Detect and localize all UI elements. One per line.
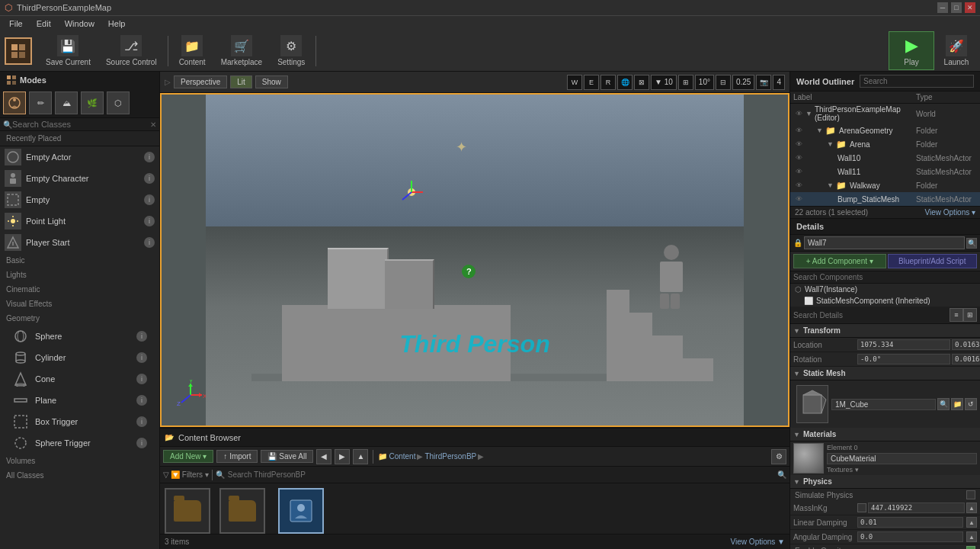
transform-section-header[interactable]: ▼ Transform (790, 324, 980, 338)
category-cinematic[interactable]: Cinematic (0, 282, 159, 297)
eye-icon-walkway[interactable]: 👁 (793, 180, 804, 191)
eye-icon-bump[interactable]: 👁 (793, 194, 804, 204)
breadcrumb-thirpersonbp[interactable]: ThirdPersonBP (424, 452, 476, 461)
simulate-physics-checkbox[interactable] (966, 490, 975, 499)
outliner-item-arena[interactable]: 👁 ▼ 📁 Arena Folder (790, 137, 980, 151)
modes-icon-button[interactable] (5, 37, 32, 65)
file-item-maps[interactable]: Maps (219, 488, 265, 534)
show-button[interactable]: Show (255, 75, 288, 88)
settings-button[interactable]: ⚙ Settings (271, 32, 311, 69)
material-value-input[interactable] (827, 453, 977, 464)
menu-window[interactable]: Window (59, 18, 101, 30)
import-button[interactable]: ↑ Import (216, 450, 258, 463)
menu-edit[interactable]: Edit (30, 18, 57, 30)
vp-ctrl-scale[interactable]: R (600, 75, 616, 90)
viewport-transform-gizmo[interactable] (396, 177, 427, 209)
vp-ctrl-scale-val[interactable]: 0.25 (732, 75, 754, 90)
empty-character-info-button[interactable]: i (144, 173, 155, 184)
category-geometry[interactable]: Geometry (0, 311, 159, 326)
geo-item-plane[interactable]: Plane i (0, 390, 159, 411)
save-current-button[interactable]: 💾 Save Current (40, 32, 97, 69)
eye-icon-map[interactable]: 👁 (793, 108, 804, 119)
empty-info-button[interactable]: i (144, 194, 155, 205)
mode-geometry-button[interactable]: ⬡ (107, 92, 130, 114)
category-lights[interactable]: Lights (0, 268, 159, 282)
vp-ctrl-scale2[interactable]: ⊟ (716, 75, 731, 90)
vp-ctrl-angle2[interactable]: 10° (695, 75, 714, 90)
eye-icon-arena-geometry[interactable]: 👁 (793, 125, 804, 136)
cylinder-info-button[interactable]: i (136, 352, 147, 363)
search-classes-input[interactable] (12, 120, 150, 129)
category-visual-effects[interactable]: Visual Effects (0, 297, 159, 311)
details-search-input[interactable] (793, 311, 950, 319)
vp-ctrl-world[interactable]: 🌐 (617, 75, 633, 90)
close-button[interactable]: ✕ (965, 2, 975, 13)
marketplace-button[interactable]: 🛒 Marketplace (215, 32, 268, 69)
detail-view-btn-2[interactable]: ⊞ (963, 308, 977, 322)
point-light-info-button[interactable]: i (144, 216, 155, 226)
actor-item-point-light[interactable]: Point Light i (0, 210, 159, 232)
details-search-button[interactable]: 🔍 (966, 238, 977, 249)
component-static-mesh[interactable]: ⬜ StaticMeshComponent (Inherited) (790, 295, 980, 307)
content-button[interactable]: 📁 Content (173, 32, 212, 69)
nav-forward-button[interactable]: ▶ (335, 449, 350, 464)
outliner-item-bump-static-mesh[interactable]: 👁 Bump_StaticMesh StaticMeshActor (790, 192, 980, 206)
mass-spinner[interactable]: ▲ (966, 502, 977, 513)
mode-select-button[interactable] (3, 92, 26, 114)
launch-button[interactable]: 🚀 Launch (937, 32, 975, 69)
view-options-button[interactable]: View Options ▼ (731, 538, 785, 546)
perspective-dropdown[interactable]: Perspective (174, 75, 227, 88)
vp-ctrl-camera-speed[interactable]: 4 (773, 75, 785, 90)
components-search-input[interactable] (793, 273, 977, 281)
vp-ctrl-translate[interactable]: W (567, 75, 582, 90)
menu-file[interactable]: File (3, 18, 29, 30)
geo-item-sphere[interactable]: Sphere i (0, 326, 159, 347)
cone-info-button[interactable]: i (136, 374, 147, 384)
geo-item-box-trigger[interactable]: Box Trigger i (0, 411, 159, 432)
vp-ctrl-camera[interactable]: 📷 (756, 75, 771, 90)
materials-section-header[interactable]: ▼ Materials (790, 428, 980, 441)
actor-item-empty-actor[interactable]: Empty Actor i (0, 146, 159, 168)
nav-back-button[interactable]: ◀ (316, 449, 331, 464)
mesh-browse-button[interactable]: 📁 (951, 398, 963, 410)
location-y-input[interactable] (952, 339, 980, 350)
physics-section-header[interactable]: ▼ Physics (790, 475, 980, 489)
geo-item-sphere-trigger[interactable]: Sphere Trigger i (0, 432, 159, 454)
nav-up-button[interactable]: ▲ (353, 449, 368, 464)
details-name-input[interactable] (804, 236, 965, 249)
linear-damping-input[interactable] (857, 517, 963, 528)
location-x-input[interactable] (857, 339, 950, 350)
filters-button[interactable]: ▽ 🔽 Filters ▾ (163, 470, 209, 479)
outliner-item-arena-geometry[interactable]: 👁 ▼ 📁 ArenaGeometry Folder (790, 124, 980, 137)
rotation-x-input[interactable] (857, 354, 950, 364)
detail-view-btn-1[interactable]: ≡ (950, 308, 963, 322)
blueprint-add-script-button[interactable]: Blueprint/Add Script (888, 254, 978, 268)
mode-paint-button[interactable]: ✏ (29, 92, 52, 114)
outliner-item-wall10[interactable]: 👁 Wall10 StaticMeshActor (790, 151, 980, 165)
empty-actor-info-button[interactable]: i (144, 152, 155, 162)
eye-icon-wall10[interactable]: 👁 (793, 152, 804, 163)
outliner-item-map[interactable]: 👁 ▼ ThirdPersonExampleMap (Editor) World (790, 104, 980, 124)
breadcrumb-content[interactable]: Content (389, 452, 415, 461)
rotation-y-input[interactable] (952, 354, 980, 364)
angular-damping-spinner[interactable]: ▲ (966, 531, 977, 542)
sphere-info-button[interactable]: i (136, 331, 147, 342)
actor-item-empty[interactable]: Empty i (0, 189, 159, 210)
geo-item-cone[interactable]: Cone i (0, 368, 159, 390)
file-item-blueprints[interactable]: Blueprints (165, 488, 210, 534)
vp-ctrl-angle[interactable]: ▼ 10 (651, 75, 677, 90)
mass-value-input[interactable] (868, 502, 965, 513)
angular-damping-input[interactable] (857, 531, 963, 542)
enable-gravity-checkbox[interactable] (966, 546, 975, 549)
mode-foliage-button[interactable]: 🌿 (81, 92, 104, 114)
category-basic[interactable]: Basic (0, 253, 159, 268)
vp-ctrl-rotate[interactable]: E (584, 75, 599, 90)
static-mesh-value-input[interactable] (831, 399, 936, 410)
player-start-info-button[interactable]: i (144, 237, 155, 248)
mesh-find-button[interactable]: 🔍 (937, 398, 950, 410)
viewport[interactable]: Third Person ✦ ? X Y (160, 93, 789, 427)
static-mesh-section-header[interactable]: ▼ Static Mesh (790, 367, 980, 380)
linear-damping-spinner[interactable]: ▲ (966, 517, 977, 528)
minimize-button[interactable]: ─ (937, 2, 948, 13)
menu-help[interactable]: Help (102, 18, 132, 30)
